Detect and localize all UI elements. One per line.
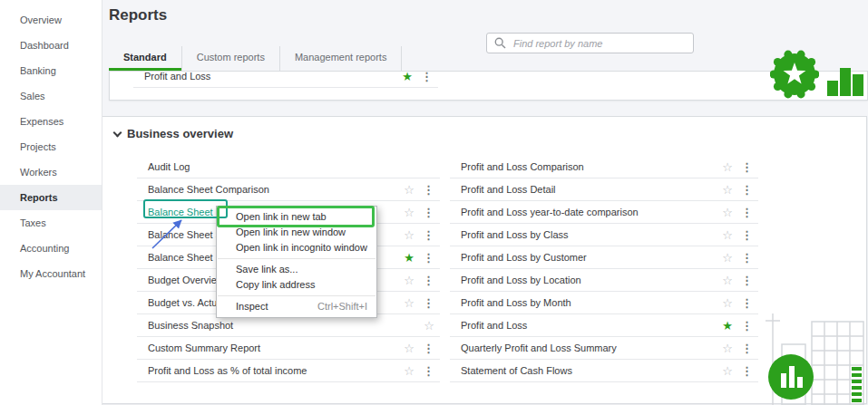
- menu-item-label: Open link in incognito window: [236, 242, 367, 254]
- star-badge-illustration: [770, 50, 819, 99]
- favorite-star-icon[interactable]: ☆: [722, 229, 733, 241]
- kebab-menu-icon[interactable]: ⋮: [423, 342, 434, 354]
- sidebar-item-overview[interactable]: Overview: [0, 7, 102, 33]
- report-row: Profit and Loss★⋮: [133, 71, 438, 88]
- report-link-profit-and-loss-as-of-total-income[interactable]: Profit and Loss as % of total income: [148, 365, 307, 376]
- context-menu-item-open-link-in-incognito-window[interactable]: Open link in incognito window: [217, 240, 376, 256]
- kebab-menu-icon[interactable]: ⋮: [741, 297, 753, 309]
- favorite-star-icon[interactable]: ☆: [722, 342, 733, 354]
- kebab-menu-icon[interactable]: ⋮: [741, 365, 753, 377]
- favorite-star-icon[interactable]: ☆: [404, 275, 414, 286]
- report-link-profit-and-loss[interactable]: Profit and Loss: [461, 320, 527, 331]
- favorite-star-icon[interactable]: ★: [402, 71, 413, 82]
- favorite-star-icon[interactable]: ☆: [404, 297, 414, 309]
- context-menu-item-open-link-in-new-window[interactable]: Open link in new window: [217, 225, 376, 240]
- kebab-menu-icon[interactable]: ⋮: [741, 342, 753, 354]
- report-link-audit-log[interactable]: Audit Log: [148, 161, 190, 172]
- row-icons: ☆⋮: [722, 229, 753, 241]
- sidebar-item-workers[interactable]: Workers: [0, 159, 102, 185]
- report-row: Audit Log: [137, 156, 440, 178]
- sidebar-item-projects[interactable]: Projects: [0, 134, 102, 159]
- report-link-profit-and-loss-by-class[interactable]: Profit and Loss by Class: [461, 229, 569, 240]
- kebab-menu-icon[interactable]: ⋮: [423, 252, 434, 264]
- favorite-star-icon[interactable]: ☆: [404, 342, 414, 354]
- sidebar-item-expenses[interactable]: Expenses: [0, 109, 102, 134]
- report-link-quarterly-profit-and-loss-summary[interactable]: Quarterly Profit and Loss Summary: [461, 342, 617, 353]
- kebab-menu-icon[interactable]: ⋮: [741, 184, 753, 196]
- report-link-custom-summary-report[interactable]: Custom Summary Report: [148, 342, 260, 353]
- report-row: Profit and Loss by Month☆⋮: [450, 292, 758, 314]
- quickbooks-reports-screen: OverviewDashboardBankingSalesExpensesPro…: [0, 0, 868, 405]
- favorite-star-icon[interactable]: ☆: [722, 275, 733, 286]
- menu-item-label: Inspect: [236, 301, 268, 313]
- report-row: Custom Summary Report☆⋮: [137, 337, 440, 360]
- kebab-menu-icon[interactable]: ⋮: [423, 297, 434, 309]
- context-menu-item-inspect[interactable]: InspectCtrl+Shift+I: [217, 299, 376, 314]
- kebab-menu-icon[interactable]: ⋮: [421, 71, 433, 82]
- favorite-star-icon[interactable]: ☆: [404, 229, 414, 241]
- sidebar-item-sales[interactable]: Sales: [0, 83, 102, 109]
- report-link-profit-and-loss-by-customer[interactable]: Profit and Loss by Customer: [461, 252, 587, 263]
- favorite-star-icon[interactable]: ☆: [424, 320, 434, 332]
- sidebar-item-my-accountant[interactable]: My Accountant: [0, 261, 102, 286]
- menu-separator: [218, 295, 375, 296]
- context-menu: Open link in new tabOpen link in new win…: [216, 206, 377, 318]
- report-row: Profit and Loss year-to-date comparison☆…: [450, 201, 758, 224]
- kebab-menu-icon[interactable]: ⋮: [741, 252, 753, 264]
- kebab-menu-icon[interactable]: ⋮: [741, 207, 753, 218]
- report-link-statement-of-cash-flows[interactable]: Statement of Cash Flows: [461, 365, 572, 376]
- sidebar-item-accounting[interactable]: Accounting: [0, 236, 102, 261]
- favorite-star-icon[interactable]: ☆: [404, 184, 414, 196]
- report-row: Profit and Loss by Class☆⋮: [450, 224, 758, 246]
- kebab-menu-icon[interactable]: ⋮: [741, 161, 753, 173]
- row-icons: ☆⋮: [404, 207, 434, 218]
- report-link-profit-and-loss-by-location[interactable]: Profit and Loss by Location: [461, 275, 581, 285]
- tab-standard[interactable]: Standard: [109, 46, 182, 71]
- report-link-profit-and-loss-comparison[interactable]: Profit and Loss Comparison: [461, 161, 584, 172]
- report-link-budget-overview[interactable]: Budget Overview: [148, 275, 224, 285]
- context-menu-item-save-link-as[interactable]: Save link as...: [217, 262, 376, 277]
- report-column-right: Profit and Loss Comparison☆⋮Profit and L…: [450, 156, 758, 382]
- favorite-star-icon[interactable]: ☆: [722, 297, 733, 309]
- sidebar-item-taxes[interactable]: Taxes: [0, 210, 102, 236]
- report-link-balance-sheet[interactable]: Balance Sheet: [148, 252, 213, 263]
- favorite-star-icon[interactable]: ☆: [722, 161, 733, 173]
- bar-chart-illustration: [826, 63, 868, 96]
- sidebar-item-dashboard[interactable]: Dashboard: [0, 33, 102, 58]
- report-link-profit-and-loss-detail[interactable]: Profit and Loss Detail: [461, 184, 556, 195]
- menu-separator: [218, 258, 375, 259]
- favorite-star-icon[interactable]: ★: [404, 252, 414, 264]
- kebab-menu-icon[interactable]: ⋮: [741, 275, 753, 286]
- report-tabs: StandardCustom reportsManagement reports: [109, 46, 402, 71]
- favorite-star-icon[interactable]: ☆: [722, 207, 733, 218]
- context-menu-item-open-link-in-new-tab[interactable]: Open link in new tab: [217, 209, 376, 225]
- report-link-profit-and-loss[interactable]: Profit and Loss: [144, 71, 210, 82]
- favorite-star-icon[interactable]: ☆: [404, 207, 414, 218]
- report-link-business-snapshot[interactable]: Business Snapshot: [148, 320, 233, 331]
- favorite-star-icon[interactable]: ☆: [722, 184, 733, 196]
- kebab-menu-icon[interactable]: ⋮: [423, 184, 434, 196]
- tab-custom-reports[interactable]: Custom reports: [182, 46, 280, 71]
- sidebar-item-reports[interactable]: Reports: [0, 185, 102, 210]
- favorite-star-icon[interactable]: ☆: [722, 252, 733, 264]
- sidebar-item-banking[interactable]: Banking: [0, 58, 102, 83]
- report-link-profit-and-loss-by-month[interactable]: Profit and Loss by Month: [461, 297, 571, 308]
- context-menu-item-copy-link-address[interactable]: Copy link address: [217, 277, 376, 293]
- kebab-menu-icon[interactable]: ⋮: [423, 207, 434, 218]
- favorite-star-icon[interactable]: ☆: [404, 365, 414, 377]
- report-link-balance-sheet-comparison[interactable]: Balance Sheet Comparison: [148, 184, 269, 195]
- kebab-menu-icon[interactable]: ⋮: [423, 365, 434, 377]
- kebab-menu-icon[interactable]: ⋮: [423, 275, 434, 286]
- favorite-star-icon[interactable]: ☆: [722, 365, 733, 377]
- favorite-star-icon[interactable]: ★: [722, 320, 733, 332]
- kebab-menu-icon[interactable]: ⋮: [423, 229, 434, 241]
- kebab-menu-icon[interactable]: ⋮: [741, 229, 753, 241]
- search-input[interactable]: [512, 37, 686, 50]
- tab-management-reports[interactable]: Management reports: [280, 46, 403, 71]
- kebab-menu-icon[interactable]: ⋮: [741, 320, 753, 332]
- menu-item-label: Copy link address: [236, 279, 315, 291]
- row-icons: ☆⋮: [722, 252, 753, 264]
- report-link-profit-and-loss-year-to-date-comparison[interactable]: Profit and Loss year-to-date comparison: [461, 207, 639, 217]
- collapse-chevron-icon[interactable]: [113, 128, 122, 137]
- row-icons: ☆⋮: [722, 275, 753, 286]
